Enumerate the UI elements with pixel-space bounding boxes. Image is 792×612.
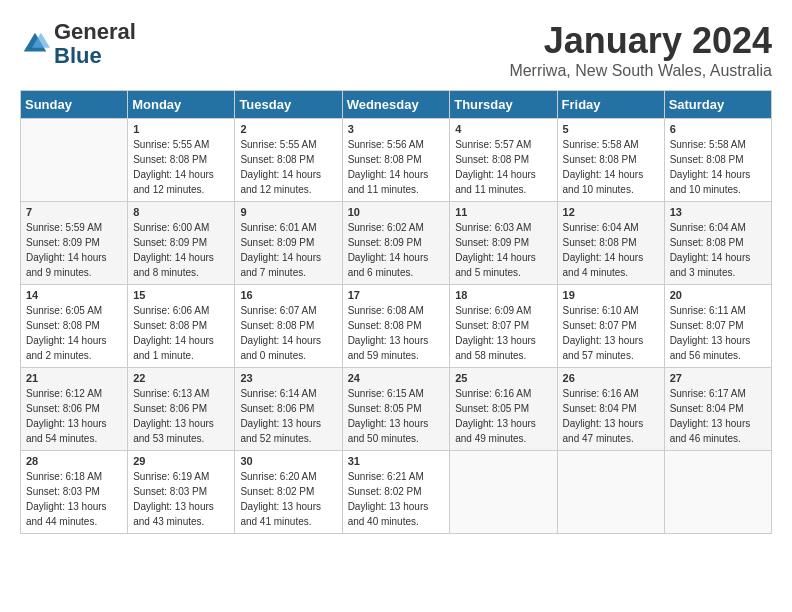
calendar-cell: 19Sunrise: 6:10 AMSunset: 8:07 PMDayligh…	[557, 285, 664, 368]
day-info: Sunrise: 6:04 AMSunset: 8:08 PMDaylight:…	[670, 220, 766, 280]
day-number: 15	[133, 289, 229, 301]
calendar-day-header: Wednesday	[342, 91, 450, 119]
day-info: Sunrise: 6:01 AMSunset: 8:09 PMDaylight:…	[240, 220, 336, 280]
calendar-day-header: Thursday	[450, 91, 557, 119]
calendar-cell: 11Sunrise: 6:03 AMSunset: 8:09 PMDayligh…	[450, 202, 557, 285]
day-info: Sunrise: 6:17 AMSunset: 8:04 PMDaylight:…	[670, 386, 766, 446]
day-number: 22	[133, 372, 229, 384]
day-info: Sunrise: 6:10 AMSunset: 8:07 PMDaylight:…	[563, 303, 659, 363]
calendar-cell: 28Sunrise: 6:18 AMSunset: 8:03 PMDayligh…	[21, 451, 128, 534]
calendar-day-header: Monday	[128, 91, 235, 119]
logo-icon	[20, 29, 50, 59]
day-info: Sunrise: 6:20 AMSunset: 8:02 PMDaylight:…	[240, 469, 336, 529]
day-number: 14	[26, 289, 122, 301]
calendar-week-row: 14Sunrise: 6:05 AMSunset: 8:08 PMDayligh…	[21, 285, 772, 368]
day-number: 5	[563, 123, 659, 135]
day-number: 27	[670, 372, 766, 384]
day-info: Sunrise: 6:15 AMSunset: 8:05 PMDaylight:…	[348, 386, 445, 446]
calendar-cell: 27Sunrise: 6:17 AMSunset: 8:04 PMDayligh…	[664, 368, 771, 451]
calendar-week-row: 7Sunrise: 5:59 AMSunset: 8:09 PMDaylight…	[21, 202, 772, 285]
calendar-cell: 6Sunrise: 5:58 AMSunset: 8:08 PMDaylight…	[664, 119, 771, 202]
calendar-cell: 29Sunrise: 6:19 AMSunset: 8:03 PMDayligh…	[128, 451, 235, 534]
page-header: General Blue January 2024 Merriwa, New S…	[20, 20, 772, 80]
day-number: 23	[240, 372, 336, 384]
logo: General Blue	[20, 20, 136, 68]
calendar-cell: 10Sunrise: 6:02 AMSunset: 8:09 PMDayligh…	[342, 202, 450, 285]
calendar-cell: 16Sunrise: 6:07 AMSunset: 8:08 PMDayligh…	[235, 285, 342, 368]
calendar-cell: 4Sunrise: 5:57 AMSunset: 8:08 PMDaylight…	[450, 119, 557, 202]
calendar-cell: 25Sunrise: 6:16 AMSunset: 8:05 PMDayligh…	[450, 368, 557, 451]
calendar-cell: 13Sunrise: 6:04 AMSunset: 8:08 PMDayligh…	[664, 202, 771, 285]
day-info: Sunrise: 6:09 AMSunset: 8:07 PMDaylight:…	[455, 303, 551, 363]
location: Merriwa, New South Wales, Australia	[509, 62, 772, 80]
calendar-day-header: Tuesday	[235, 91, 342, 119]
day-number: 19	[563, 289, 659, 301]
logo-text: General Blue	[54, 20, 136, 68]
day-info: Sunrise: 5:56 AMSunset: 8:08 PMDaylight:…	[348, 137, 445, 197]
day-info: Sunrise: 6:03 AMSunset: 8:09 PMDaylight:…	[455, 220, 551, 280]
day-number: 17	[348, 289, 445, 301]
day-info: Sunrise: 5:58 AMSunset: 8:08 PMDaylight:…	[670, 137, 766, 197]
day-info: Sunrise: 5:55 AMSunset: 8:08 PMDaylight:…	[240, 137, 336, 197]
calendar-cell: 1Sunrise: 5:55 AMSunset: 8:08 PMDaylight…	[128, 119, 235, 202]
day-number: 30	[240, 455, 336, 467]
calendar-cell	[557, 451, 664, 534]
day-number: 3	[348, 123, 445, 135]
day-info: Sunrise: 6:16 AMSunset: 8:04 PMDaylight:…	[563, 386, 659, 446]
day-number: 9	[240, 206, 336, 218]
day-number: 2	[240, 123, 336, 135]
calendar-cell	[21, 119, 128, 202]
day-number: 26	[563, 372, 659, 384]
day-number: 20	[670, 289, 766, 301]
day-info: Sunrise: 5:55 AMSunset: 8:08 PMDaylight:…	[133, 137, 229, 197]
day-info: Sunrise: 6:02 AMSunset: 8:09 PMDaylight:…	[348, 220, 445, 280]
day-number: 8	[133, 206, 229, 218]
calendar-day-header: Saturday	[664, 91, 771, 119]
day-number: 28	[26, 455, 122, 467]
calendar-cell: 9Sunrise: 6:01 AMSunset: 8:09 PMDaylight…	[235, 202, 342, 285]
calendar-cell: 2Sunrise: 5:55 AMSunset: 8:08 PMDaylight…	[235, 119, 342, 202]
day-number: 25	[455, 372, 551, 384]
day-number: 24	[348, 372, 445, 384]
day-number: 11	[455, 206, 551, 218]
title-block: January 2024 Merriwa, New South Wales, A…	[509, 20, 772, 80]
calendar-cell: 8Sunrise: 6:00 AMSunset: 8:09 PMDaylight…	[128, 202, 235, 285]
day-number: 29	[133, 455, 229, 467]
calendar-cell: 5Sunrise: 5:58 AMSunset: 8:08 PMDaylight…	[557, 119, 664, 202]
day-number: 12	[563, 206, 659, 218]
day-number: 10	[348, 206, 445, 218]
calendar-cell: 30Sunrise: 6:20 AMSunset: 8:02 PMDayligh…	[235, 451, 342, 534]
day-number: 31	[348, 455, 445, 467]
day-info: Sunrise: 5:57 AMSunset: 8:08 PMDaylight:…	[455, 137, 551, 197]
calendar-cell: 12Sunrise: 6:04 AMSunset: 8:08 PMDayligh…	[557, 202, 664, 285]
day-info: Sunrise: 6:16 AMSunset: 8:05 PMDaylight:…	[455, 386, 551, 446]
calendar-cell: 3Sunrise: 5:56 AMSunset: 8:08 PMDaylight…	[342, 119, 450, 202]
day-info: Sunrise: 5:59 AMSunset: 8:09 PMDaylight:…	[26, 220, 122, 280]
day-number: 18	[455, 289, 551, 301]
day-number: 6	[670, 123, 766, 135]
calendar-cell: 24Sunrise: 6:15 AMSunset: 8:05 PMDayligh…	[342, 368, 450, 451]
calendar-week-row: 28Sunrise: 6:18 AMSunset: 8:03 PMDayligh…	[21, 451, 772, 534]
day-info: Sunrise: 6:06 AMSunset: 8:08 PMDaylight:…	[133, 303, 229, 363]
day-number: 16	[240, 289, 336, 301]
day-number: 4	[455, 123, 551, 135]
day-number: 21	[26, 372, 122, 384]
month-title: January 2024	[509, 20, 772, 62]
day-info: Sunrise: 6:14 AMSunset: 8:06 PMDaylight:…	[240, 386, 336, 446]
calendar-week-row: 21Sunrise: 6:12 AMSunset: 8:06 PMDayligh…	[21, 368, 772, 451]
calendar-cell: 20Sunrise: 6:11 AMSunset: 8:07 PMDayligh…	[664, 285, 771, 368]
day-info: Sunrise: 6:18 AMSunset: 8:03 PMDaylight:…	[26, 469, 122, 529]
calendar-body: 1Sunrise: 5:55 AMSunset: 8:08 PMDaylight…	[21, 119, 772, 534]
calendar-day-header: Friday	[557, 91, 664, 119]
day-info: Sunrise: 6:19 AMSunset: 8:03 PMDaylight:…	[133, 469, 229, 529]
calendar-header-row: SundayMondayTuesdayWednesdayThursdayFrid…	[21, 91, 772, 119]
day-number: 7	[26, 206, 122, 218]
day-info: Sunrise: 6:07 AMSunset: 8:08 PMDaylight:…	[240, 303, 336, 363]
calendar-cell	[664, 451, 771, 534]
calendar-cell: 26Sunrise: 6:16 AMSunset: 8:04 PMDayligh…	[557, 368, 664, 451]
day-number: 13	[670, 206, 766, 218]
calendar-cell: 31Sunrise: 6:21 AMSunset: 8:02 PMDayligh…	[342, 451, 450, 534]
day-info: Sunrise: 6:11 AMSunset: 8:07 PMDaylight:…	[670, 303, 766, 363]
calendar-week-row: 1Sunrise: 5:55 AMSunset: 8:08 PMDaylight…	[21, 119, 772, 202]
day-info: Sunrise: 6:05 AMSunset: 8:08 PMDaylight:…	[26, 303, 122, 363]
